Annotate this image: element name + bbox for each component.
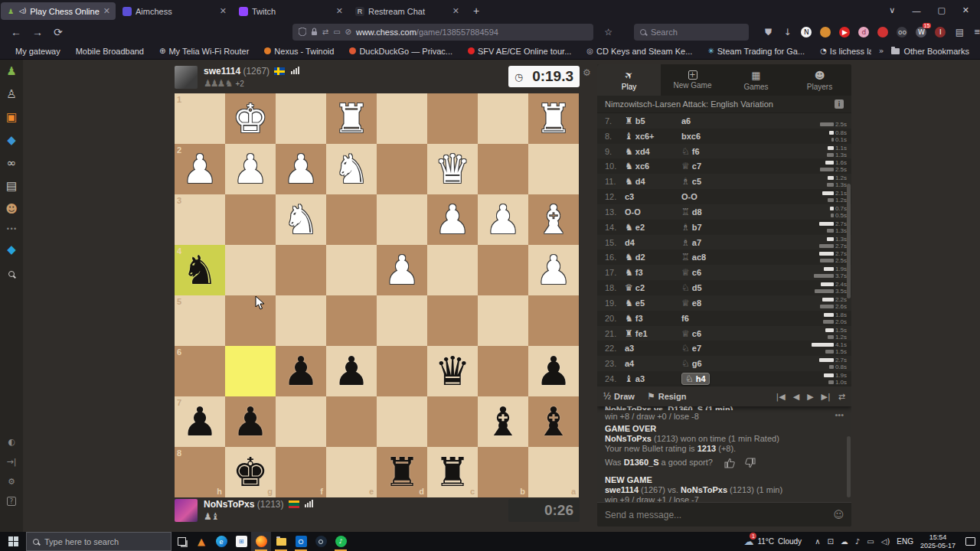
- maximize-button[interactable]: ▢: [937, 5, 945, 15]
- ext-w-icon[interactable]: W15: [916, 27, 926, 37]
- black-move[interactable]: ♘d5: [681, 282, 752, 293]
- rail-play-icon[interactable]: ♙: [6, 89, 16, 100]
- square-a5[interactable]: [528, 295, 579, 346]
- rail-puzzles-icon[interactable]: ▣: [6, 112, 17, 123]
- black-move[interactable]: a6: [681, 116, 752, 126]
- panel-tab-new-game[interactable]: +New Game: [661, 64, 724, 96]
- square-g2[interactable]: ♟: [225, 144, 276, 194]
- avatar[interactable]: [175, 499, 198, 522]
- black-move[interactable]: ♕c6: [681, 267, 752, 278]
- square-h5[interactable]: 5: [175, 295, 225, 346]
- menu-icon[interactable]: ≡: [974, 26, 980, 37]
- first-move-button[interactable]: |◀: [776, 392, 786, 402]
- black-move-inner[interactable]: f6: [681, 314, 689, 323]
- square-f7[interactable]: [276, 396, 326, 447]
- thumbs-down-icon[interactable]: [745, 458, 756, 468]
- microphone-icon[interactable]: ♪: [855, 537, 860, 546]
- close-button[interactable]: ✕: [962, 5, 969, 15]
- black-move-inner[interactable]: bxc6: [681, 132, 701, 141]
- black-move-inner[interactable]: ♗b7: [681, 222, 702, 233]
- square-d6[interactable]: [377, 346, 427, 396]
- ext-i-icon[interactable]: I: [935, 27, 946, 37]
- browser-tab-twitch[interactable]: Twitch✕: [234, 2, 348, 20]
- white-move[interactable]: ♝xc6+: [625, 131, 681, 142]
- black-move[interactable]: bxc6: [681, 132, 752, 141]
- black-move-inner[interactable]: ♕c6: [681, 267, 701, 278]
- square-g3[interactable]: [225, 194, 276, 245]
- square-h6[interactable]: 6: [175, 346, 225, 396]
- black-move-inner[interactable]: ♘d5: [681, 282, 702, 293]
- minimize-button[interactable]: —: [912, 6, 920, 15]
- square-b5[interactable]: [478, 295, 528, 346]
- last-move-button[interactable]: ▶|: [822, 392, 831, 402]
- square-a2[interactable]: [528, 144, 579, 194]
- gameover-scrollbar[interactable]: [847, 436, 851, 497]
- ext-n-icon[interactable]: N: [801, 27, 812, 37]
- emoji-icon[interactable]: ☺: [833, 509, 844, 520]
- black-pawn[interactable]: ♟: [175, 396, 225, 447]
- draw-button[interactable]: ½ Draw: [603, 391, 635, 402]
- black-move-inner[interactable]: ♘f6: [681, 146, 700, 157]
- black-move-inner[interactable]: ♕c6: [681, 328, 701, 339]
- ext-youtube-icon[interactable]: ▶: [839, 27, 850, 37]
- square-b3[interactable]: ♟: [478, 194, 528, 245]
- onedrive-cloud-icon[interactable]: ☁: [841, 537, 848, 546]
- board-settings-gear-icon[interactable]: ⚙: [583, 67, 591, 78]
- more-options-icon[interactable]: •••: [605, 410, 844, 419]
- taskbar-steam[interactable]: [311, 532, 331, 551]
- square-c8[interactable]: c♜: [427, 447, 478, 497]
- reload-button[interactable]: ⟳: [54, 26, 63, 38]
- bookmark-steam-trading-for-ga-[interactable]: ✳Steam Trading for Ga...: [707, 47, 805, 56]
- black-rook[interactable]: ♜: [427, 447, 478, 497]
- rail-news-icon[interactable]: ▤: [6, 181, 17, 192]
- taskbar-search[interactable]: [26, 532, 172, 551]
- taskbar-explorer[interactable]: [271, 532, 291, 551]
- bookmark-star-icon[interactable]: ☆: [604, 27, 612, 37]
- prev-move-button[interactable]: ◀: [793, 392, 799, 402]
- movelist-scrollbar[interactable]: [847, 184, 851, 298]
- other-bookmarks[interactable]: Other Bookmarks: [903, 47, 969, 56]
- square-e3[interactable]: [326, 194, 377, 245]
- white-move[interactable]: c3: [625, 192, 681, 201]
- url-text[interactable]: www.chess.com/game/138557884594: [356, 28, 498, 37]
- square-b8[interactable]: b: [478, 447, 528, 497]
- black-move-inner[interactable]: a6: [681, 116, 691, 126]
- resign-button[interactable]: ⚑ Resign: [647, 391, 686, 402]
- white-move[interactable]: ♝a3: [625, 373, 681, 384]
- square-g5[interactable]: [225, 295, 276, 346]
- black-move-inner[interactable]: O-O: [681, 192, 697, 201]
- bookmark-my-gateway[interactable]: My gateway: [15, 47, 60, 56]
- black-move[interactable]: ♕e8: [681, 298, 752, 308]
- black-move[interactable]: ♗c5: [681, 176, 752, 187]
- white-move[interactable]: ♛c2: [625, 282, 681, 293]
- square-h1[interactable]: 1: [175, 93, 225, 144]
- rail-more-icon[interactable]: •••: [6, 227, 17, 233]
- white-pawn[interactable]: ♟: [427, 194, 478, 245]
- square-g7[interactable]: ♟: [225, 396, 276, 447]
- list-tabs-icon[interactable]: ∨: [889, 5, 895, 15]
- taskbar-firefox[interactable]: [251, 532, 271, 551]
- white-knight[interactable]: ♞: [276, 194, 326, 245]
- square-a1[interactable]: ♜: [528, 93, 579, 144]
- browser-tab-restream-chat[interactable]: RRestream Chat✕: [350, 2, 465, 20]
- notification-center-icon[interactable]: [965, 537, 975, 546]
- black-pawn[interactable]: ♟: [225, 396, 276, 447]
- white-move[interactable]: d4: [625, 238, 681, 247]
- network-icon[interactable]: ▭: [867, 537, 874, 546]
- square-d1[interactable]: [377, 93, 427, 144]
- square-c4[interactable]: [427, 245, 478, 295]
- square-d7[interactable]: [377, 396, 427, 447]
- black-move[interactable]: ♕c7: [681, 161, 752, 171]
- rail-search-icon[interactable]: [8, 267, 15, 279]
- square-a3[interactable]: ♝: [528, 194, 579, 245]
- black-queen[interactable]: ♛: [427, 346, 478, 396]
- panel-tab-play[interactable]: ✈Play: [597, 64, 661, 96]
- square-h4[interactable]: 4♞: [175, 245, 225, 295]
- white-rook[interactable]: ♜: [326, 93, 377, 144]
- square-g1[interactable]: ♚: [225, 93, 276, 144]
- square-d5[interactable]: [377, 295, 427, 346]
- black-move[interactable]: O-O: [681, 192, 752, 201]
- taskbar-clock[interactable]: 15:54 2025-05-17: [920, 533, 956, 550]
- tab-close-icon[interactable]: ✕: [452, 6, 459, 16]
- square-e1[interactable]: ♜: [326, 93, 377, 144]
